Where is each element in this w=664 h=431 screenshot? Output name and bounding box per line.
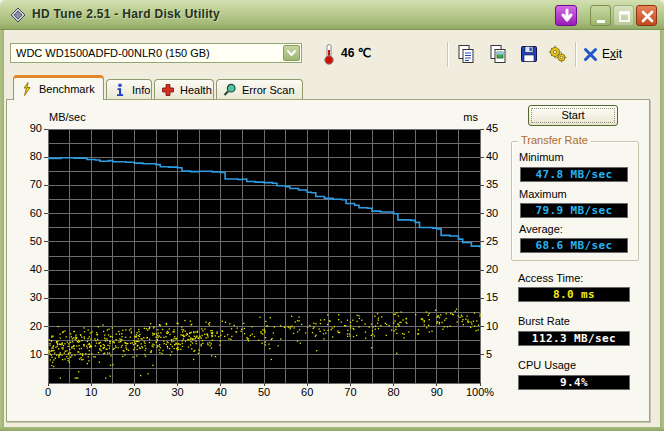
start-button[interactable]: Start — [528, 105, 618, 126]
x-axis-tick-label: 10 — [71, 386, 111, 398]
download-arrow-button[interactable] — [555, 5, 577, 26]
y-axis-left-tick-label: 70 — [16, 178, 42, 190]
access-time-value: 8.0 ms — [518, 287, 630, 302]
y-axis-right-tick-label: 25 — [486, 235, 512, 247]
tab-label: Error Scan — [242, 84, 295, 96]
y-axis-right-tick-label: 40 — [486, 150, 512, 162]
copy-screenshot-icon[interactable] — [488, 44, 508, 64]
health-cross-icon — [161, 83, 175, 97]
x-axis-tick-label: 20 — [114, 386, 154, 398]
x-axis-tick-label: 30 — [158, 386, 198, 398]
y-axis-left-tick-label: 10 — [16, 348, 42, 360]
app-window: HD Tune 2.51 - Hard Disk Utility WDC WD1… — [0, 0, 664, 431]
y-axis-right-tick-label: 5 — [486, 348, 512, 360]
tab-label: Info — [132, 84, 150, 96]
tab-label: Benchmark — [39, 83, 95, 95]
toolbar-separator — [575, 42, 577, 67]
y-axis-left-tick-label: 20 — [16, 320, 42, 332]
average-value: 68.6 MB/sec — [520, 238, 628, 253]
x-axis-tick-label: 50 — [244, 386, 284, 398]
minimum-label: Minimum — [519, 151, 564, 163]
thermometer-icon — [322, 43, 336, 65]
y-axis-right-tick-label: 35 — [486, 178, 512, 190]
y-axis-right-tick-label: 30 — [486, 207, 512, 219]
window-border — [660, 30, 664, 431]
lightning-icon — [20, 82, 34, 96]
transfer-rate-group-label: Transfer Rate — [518, 134, 591, 146]
app-icon — [10, 7, 26, 23]
drive-select-value: WDC WD1500ADFD-00NLR0 (150 GB) — [16, 44, 210, 62]
focus-ring — [531, 108, 615, 123]
burst-rate-label: Burst Rate — [518, 315, 570, 327]
window-border — [0, 30, 4, 431]
tab-benchmark[interactable]: Benchmark — [13, 75, 104, 100]
x-axis-tick-label: 70 — [330, 386, 370, 398]
close-button[interactable] — [636, 5, 657, 26]
drive-select-combobox[interactable]: WDC WD1500ADFD-00NLR0 (150 GB) — [10, 43, 302, 63]
minimize-button[interactable] — [590, 5, 611, 26]
y-axis-left-tick-label: 30 — [16, 291, 42, 303]
copy-icon[interactable] — [456, 44, 476, 64]
x-axis-tick-label: 90 — [417, 386, 457, 398]
options-gears-icon[interactable] — [548, 44, 568, 64]
tab-info[interactable]: Info — [106, 79, 152, 100]
y-axis-left-tick-label: 80 — [16, 150, 42, 162]
average-label: Average: — [519, 223, 563, 235]
title-bar: HD Tune 2.51 - Hard Disk Utility — [0, 0, 664, 30]
exit-button[interactable]: Exit — [583, 44, 622, 64]
tab-label: Health — [180, 84, 212, 96]
temperature-value: 46 ℃ — [341, 46, 371, 60]
info-icon — [113, 83, 127, 97]
cpu-usage-value: 9.4% — [518, 375, 630, 390]
x-axis-tick-label: 80 — [374, 386, 414, 398]
x-axis-tick-label: 100% — [460, 386, 500, 398]
chevron-down-icon[interactable] — [283, 45, 300, 61]
tab-health[interactable]: Health — [154, 79, 214, 100]
left-axis-unit: MB/sec — [49, 111, 86, 123]
x-axis-tick-label: 0 — [28, 386, 68, 398]
y-axis-right-tick-label: 15 — [486, 291, 512, 303]
right-axis-unit: ms — [444, 111, 478, 123]
cpu-usage-label: CPU Usage — [518, 359, 576, 371]
y-axis-left-tick-label: 90 — [16, 122, 42, 134]
magnifier-icon — [223, 83, 237, 97]
y-axis-left-tick-label: 40 — [16, 263, 42, 275]
maximum-label: Maximum — [519, 188, 567, 200]
y-axis-left-tick-label: 50 — [16, 235, 42, 247]
y-axis-right-tick-label: 45 — [486, 122, 512, 134]
window-border — [0, 427, 664, 431]
tab-error-scan[interactable]: Error Scan — [216, 79, 303, 100]
x-axis-tick-label: 40 — [201, 386, 241, 398]
y-axis-right-tick-label: 20 — [486, 263, 512, 275]
minimum-value: 47.8 MB/sec — [520, 167, 628, 182]
x-axis-tick-label: 60 — [287, 386, 327, 398]
benchmark-chart — [38, 121, 490, 391]
maximize-button[interactable] — [613, 5, 634, 26]
y-axis-left-tick-label: 60 — [16, 207, 42, 219]
exit-label: Exit — [602, 47, 622, 61]
y-axis-right-tick-label: 10 — [486, 320, 512, 332]
save-icon[interactable] — [519, 44, 539, 64]
toolbar-separator — [447, 42, 449, 67]
maximum-value: 79.9 MB/sec — [520, 203, 628, 218]
window-title: HD Tune 2.51 - Hard Disk Utility — [32, 0, 220, 30]
exit-x-icon — [583, 47, 598, 62]
burst-rate-value: 112.3 MB/sec — [518, 331, 630, 346]
access-time-label: Access Time: — [518, 272, 583, 284]
